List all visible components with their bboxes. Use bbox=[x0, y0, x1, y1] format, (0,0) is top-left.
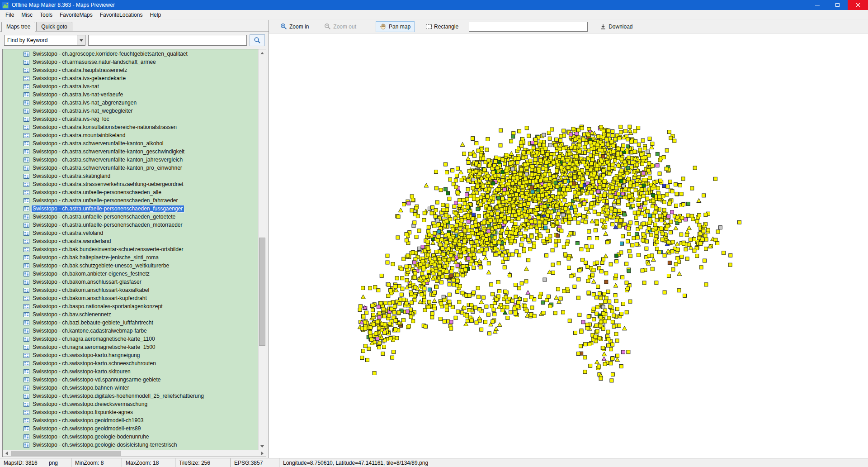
scroll-left-button[interactable] bbox=[3, 450, 10, 457]
tree-item-label: Swisstopo - ch.astra.unfaelle-personensc… bbox=[32, 197, 179, 204]
tree-item[interactable]: Swisstopo - ch.astra.unfaelle-personensc… bbox=[3, 213, 258, 221]
scroll-down-button[interactable] bbox=[259, 443, 266, 450]
tree-item[interactable]: Swisstopo - ch.agroscope.korridore-feuch… bbox=[3, 50, 258, 58]
tree-item[interactable]: Swisstopo - ch.astra.unfaelle-personensc… bbox=[3, 205, 258, 213]
zoom-out-button[interactable]: Zoom out bbox=[320, 21, 360, 32]
tree-item[interactable]: Swisstopo - ch.bak.halteplaetze-jenische… bbox=[3, 253, 258, 262]
horizontal-scroll-thumb[interactable] bbox=[11, 451, 121, 456]
tree-item[interactable]: Swisstopo - ch.astra.schwerverunfallte-k… bbox=[3, 148, 258, 156]
tree-item[interactable]: Swisstopo - ch.astra.ivs-nat_abgrenzunge… bbox=[3, 99, 258, 107]
tree-item[interactable]: Swisstopo - ch.astra.veloland bbox=[3, 229, 258, 237]
tree-item[interactable]: Swisstopo - ch.swisstopo.geoidmodell-ch1… bbox=[3, 416, 258, 424]
map-layer-icon bbox=[24, 100, 29, 106]
tree-item[interactable]: Swisstopo - ch.baspo.nationales-sportanl… bbox=[3, 302, 258, 310]
search-button[interactable] bbox=[250, 34, 265, 46]
tree-item[interactable]: Swisstopo - ch.astra.schwerverunfallte-k… bbox=[3, 139, 258, 148]
tree-item[interactable]: Swisstopo - ch.swisstopo-vd.spannungsarm… bbox=[3, 376, 258, 384]
tree-item[interactable]: Swisstopo - ch.astra.unfaelle-personensc… bbox=[3, 221, 258, 229]
tree-item-label: Swisstopo - ch.astra.unfaelle-personensc… bbox=[32, 189, 163, 196]
search-input[interactable] bbox=[88, 35, 247, 46]
tree-item[interactable]: Swisstopo - ch.astra.strassenverkehrszae… bbox=[3, 180, 258, 188]
menu-help[interactable]: Help bbox=[146, 11, 165, 19]
tree-item-label: Swisstopo - ch.bak.bundesinventar-schuet… bbox=[32, 246, 185, 253]
tree-item[interactable]: Swisstopo - ch.swisstopo-karto.hangneigu… bbox=[3, 351, 258, 359]
tree-item[interactable]: Swisstopo - ch.nagra.aeromagnetische-kar… bbox=[3, 343, 258, 351]
tree-item[interactable]: Swisstopo - ch.swisstopo-karto.skitouren bbox=[3, 367, 258, 376]
dropdown-button[interactable] bbox=[77, 35, 85, 45]
tree-item[interactable]: Swisstopo - ch.bakom.anbieter-eigenes_fe… bbox=[3, 270, 258, 278]
left-panel: Maps treeQuick goto Find by Keyword Swis… bbox=[0, 20, 269, 458]
tree-item[interactable]: Swisstopo - ch.astra.unfaelle-personensc… bbox=[3, 196, 258, 205]
tree-item[interactable]: Swisstopo - ch.bakom.anschlussart-glasfa… bbox=[3, 278, 258, 286]
tree-item[interactable]: Swisstopo - ch.astra.ivs-nat-verlaeufe bbox=[3, 91, 258, 99]
map-viewport[interactable] bbox=[269, 33, 868, 458]
download-icon bbox=[600, 24, 606, 30]
scroll-right-button[interactable] bbox=[259, 450, 266, 457]
tree-item[interactable]: Swisstopo - ch.swisstopo.geoidmodell-etr… bbox=[3, 424, 258, 433]
tree-horizontal-scrollbar[interactable] bbox=[3, 450, 266, 457]
tree-item[interactable]: Swisstopo - ch.bak.schutzgebiete-unesco_… bbox=[3, 262, 258, 270]
tree-item-label: Swisstopo - ch.astra.skatingland bbox=[32, 173, 112, 180]
tree-item[interactable]: Swisstopo - ch.bak.bundesinventar-schuet… bbox=[3, 245, 258, 253]
tree-item[interactable]: Swisstopo - ch.astra.ivs-gelaendekarte bbox=[3, 74, 258, 82]
tree-vertical-scrollbar[interactable] bbox=[258, 49, 266, 450]
rectangle-button[interactable]: Rectangle bbox=[422, 21, 462, 32]
maximize-button[interactable] bbox=[827, 0, 848, 10]
tree-item[interactable]: Swisstopo - ch.astra.schwerverunfallte-k… bbox=[3, 164, 258, 172]
scroll-up-button[interactable] bbox=[259, 49, 266, 57]
tree-item[interactable]: Swisstopo - ch.kantone.cadastralwebmap-f… bbox=[3, 327, 258, 335]
tree-item[interactable]: Swisstopo - ch.swisstopo.dreiecksvermasc… bbox=[3, 400, 258, 408]
tree-item[interactable]: Swisstopo - ch.bakom.anschlussart-koaxia… bbox=[3, 286, 258, 294]
menu-favoritelocations[interactable]: FavoriteLocations bbox=[96, 11, 146, 19]
tree-item[interactable]: Swisstopo - ch.astra.ivs-nat_wegbegleite… bbox=[3, 107, 258, 115]
tree-item-label: Swisstopo - ch.armasuisse.natur-landscha… bbox=[32, 59, 157, 66]
vertical-scroll-thumb[interactable] bbox=[259, 238, 265, 346]
menu-tools[interactable]: Tools bbox=[36, 11, 56, 19]
download-button[interactable]: Download bbox=[596, 21, 637, 32]
tree-item[interactable]: Swisstopo - ch.astra.mountainbikeland bbox=[3, 131, 258, 139]
zoom-in-button[interactable]: Zoom in bbox=[276, 21, 313, 32]
find-mode-value: Find by Keyword bbox=[5, 37, 77, 43]
tree-item[interactable]: Swisstopo - ch.bav.schienennetz bbox=[3, 310, 258, 319]
tab-quick-goto[interactable]: Quick goto bbox=[36, 22, 72, 31]
map-layer-icon bbox=[24, 442, 29, 448]
tree-item-label: Swisstopo - ch.swisstopo.fixpunkte-agnes bbox=[32, 409, 134, 416]
tree-item[interactable]: Swisstopo - ch.nagra.aeromagnetische-kar… bbox=[3, 335, 258, 343]
map-layer-icon bbox=[24, 328, 29, 334]
tree-item-label: Swisstopo - ch.astra.schwerverunfallte-k… bbox=[32, 157, 184, 163]
tree-item[interactable]: Swisstopo - ch.astra.konsultationsbereic… bbox=[3, 123, 258, 131]
tree-item-label: Swisstopo - ch.bakom.anschlussart-kupfer… bbox=[32, 295, 148, 302]
menu-favoritemaps[interactable]: FavoriteMaps bbox=[56, 11, 96, 19]
titlebar: Offline Map Maker 8.363 - Maps Previewer bbox=[0, 0, 868, 10]
menu-misc[interactable]: Misc bbox=[18, 11, 36, 19]
map-layer-icon bbox=[24, 295, 29, 301]
menu-file[interactable]: File bbox=[2, 11, 18, 19]
pan-map-button[interactable]: Pan map bbox=[376, 21, 415, 32]
tab-row: Maps treeQuick goto bbox=[0, 20, 269, 32]
tree-item[interactable]: Swisstopo - ch.swisstopo.geologie-dosisl… bbox=[3, 441, 258, 449]
close-button[interactable] bbox=[848, 0, 868, 10]
tree-item[interactable]: Swisstopo - ch.astra.wanderland bbox=[3, 237, 258, 245]
tree-item[interactable]: Swisstopo - ch.bakom.anschlussart-kupfer… bbox=[3, 294, 258, 302]
map-layer-icon bbox=[24, 426, 29, 432]
map-layer-icon bbox=[24, 271, 29, 277]
tree-item[interactable]: Swisstopo - ch.swisstopo-karto.schneesch… bbox=[3, 359, 258, 367]
tree-item[interactable]: Swisstopo - ch.bazl.bebaute-gebiete_luft… bbox=[3, 319, 258, 327]
tree-item[interactable]: Swisstopo - ch.astra.schwerverunfallte-k… bbox=[3, 156, 258, 164]
tree-item[interactable]: Swisstopo - ch.swisstopo.digitales-hoehe… bbox=[3, 392, 258, 400]
tree-item[interactable]: Swisstopo - ch.astra.ivs-reg_loc bbox=[3, 115, 258, 123]
tab-maps-tree[interactable]: Maps tree bbox=[1, 22, 35, 32]
find-mode-dropdown[interactable]: Find by Keyword bbox=[4, 35, 85, 46]
tree-item[interactable]: Swisstopo - ch.astra.skatingland bbox=[3, 172, 258, 180]
minimize-button[interactable] bbox=[807, 0, 827, 10]
tree-item[interactable]: Swisstopo - ch.swisstopo.bahnen-winter bbox=[3, 384, 258, 392]
tree-item[interactable]: Swisstopo - ch.astra.ivs-nat bbox=[3, 82, 258, 91]
map-layer-icon bbox=[24, 353, 29, 358]
tree-item[interactable]: Swisstopo - ch.armasuisse.natur-landscha… bbox=[3, 58, 258, 66]
tree-item-label: Swisstopo - ch.astra.unfaelle-personensc… bbox=[32, 214, 177, 220]
tree-item[interactable]: Swisstopo - ch.swisstopo.geologie-bodenu… bbox=[3, 433, 258, 441]
tree-item[interactable]: Swisstopo - ch.astra.hauptstrassennetz bbox=[3, 66, 258, 74]
map-toolbar-input[interactable] bbox=[469, 22, 588, 32]
tree-item[interactable]: Swisstopo - ch.astra.unfaelle-personensc… bbox=[3, 188, 258, 196]
tree-item[interactable]: Swisstopo - ch.swisstopo.fixpunkte-agnes bbox=[3, 408, 258, 416]
